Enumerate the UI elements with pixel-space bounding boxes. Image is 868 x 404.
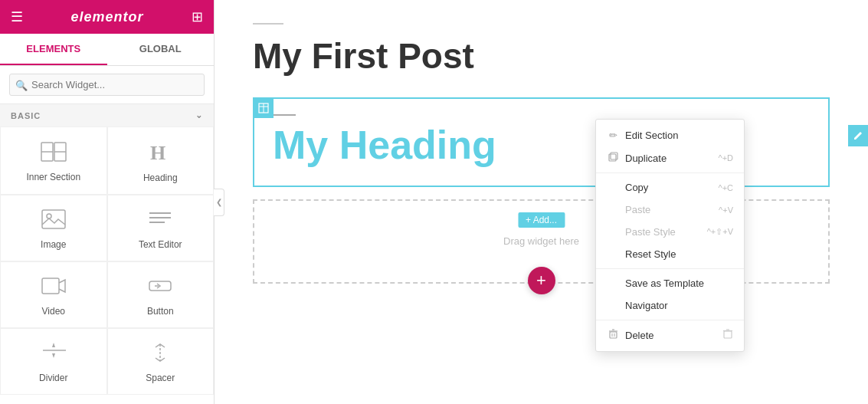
paste-style-label: Paste Style: [625, 226, 676, 238]
svg-text:H: H: [150, 142, 165, 163]
spacer-icon: [148, 343, 172, 368]
widget-image[interactable]: Image: [0, 195, 107, 261]
widget-spacer[interactable]: Spacer: [107, 328, 215, 395]
svg-rect-5: [42, 210, 65, 228]
collapse-arrow-icon: ❮: [216, 198, 222, 206]
copy-label: Copy: [625, 182, 648, 193]
post-line-decoration: [253, 23, 283, 25]
sidebar: ☰ elementor ⊞ ELEMENTS GLOBAL 🔍 BASIC ⌄ …: [0, 0, 215, 404]
add-section-label[interactable]: + Add...: [518, 212, 565, 228]
edit-section-label: Edit Section: [625, 130, 678, 141]
widget-text-editor-label: Text Editor: [139, 239, 182, 250]
context-save-template[interactable]: Save as Template: [596, 272, 744, 294]
copy-shortcut: ^+C: [718, 183, 733, 192]
collapse-icon: ⌄: [195, 110, 203, 120]
heading-line: [273, 114, 296, 116]
button-icon: [148, 276, 172, 301]
widget-heading[interactable]: H Heading: [107, 126, 215, 195]
section-handle-icon[interactable]: [254, 98, 274, 118]
plus-float-button[interactable]: +: [528, 267, 555, 294]
image-icon: [41, 209, 66, 235]
video-icon: [41, 276, 66, 301]
category-header: BASIC ⌄: [0, 104, 214, 126]
context-duplicate[interactable]: Duplicate ^+D: [596, 146, 744, 169]
drag-drop-hint: Drag widget here: [503, 235, 579, 247]
tab-global[interactable]: GLOBAL: [107, 34, 215, 65]
logo: elementor: [70, 9, 143, 25]
grid-icon[interactable]: ⊞: [192, 8, 203, 25]
sidebar-collapse-handle[interactable]: ❮: [214, 189, 224, 216]
tab-elements[interactable]: ELEMENTS: [0, 34, 107, 65]
widget-heading-label: Heading: [143, 172, 178, 183]
context-navigator[interactable]: Navigator: [596, 294, 744, 317]
category-label: BASIC: [11, 111, 41, 120]
heading-icon: H: [149, 141, 172, 168]
widget-inner-section-label: Inner Section: [26, 172, 80, 182]
svg-rect-10: [42, 278, 59, 294]
delete-icon: [607, 329, 619, 341]
duplicate-shortcut: ^+D: [718, 153, 733, 163]
navigator-label: Navigator: [625, 300, 668, 311]
widget-text-editor[interactable]: Text Editor: [107, 195, 215, 261]
context-paste-style: Paste Style ^+⇧+V: [596, 221, 744, 243]
reset-style-label: Reset Style: [625, 248, 676, 260]
svg-rect-22: [610, 332, 617, 338]
search-icon: 🔍: [15, 79, 28, 90]
save-template-label: Save as Template: [625, 278, 704, 289]
post-title: My First Post: [253, 37, 830, 76]
right-edit-button[interactable]: [848, 125, 868, 146]
paste-shortcut: ^+V: [719, 205, 733, 215]
plus-icon: +: [526, 215, 531, 225]
paste-label: Paste: [625, 204, 650, 215]
svg-rect-27: [724, 331, 732, 338]
svg-rect-20: [609, 154, 616, 161]
context-menu: ✏ Edit Section Duplicate ^+D Copy ^+C: [595, 119, 745, 352]
text-editor-icon: [148, 209, 172, 235]
widget-video[interactable]: Video: [0, 261, 107, 328]
delete-icon-right: [722, 329, 733, 341]
search-bar: 🔍: [0, 66, 214, 104]
inner-section-icon: [41, 142, 67, 167]
duplicate-icon: [607, 152, 619, 164]
sidebar-header: ☰ elementor ⊞: [0, 0, 214, 34]
widget-image-label: Image: [41, 239, 66, 250]
delete-label: Delete: [625, 330, 654, 341]
widget-divider[interactable]: Divider: [0, 328, 107, 395]
canvas: My First Post + Add... My Heading Drag w…: [215, 0, 868, 404]
context-copy[interactable]: Copy ^+C: [596, 176, 744, 199]
widget-grid: Inner Section H Heading Image Text Edito…: [0, 126, 214, 395]
svg-rect-21: [611, 153, 617, 159]
paste-style-shortcut: ^+⇧+V: [707, 227, 733, 237]
widget-inner-section[interactable]: Inner Section: [0, 126, 107, 195]
context-reset-style[interactable]: Reset Style: [596, 243, 744, 265]
context-divider-2: [596, 268, 744, 269]
context-divider-3: [596, 320, 744, 320]
widget-button-label: Button: [147, 306, 174, 317]
context-edit-section[interactable]: ✏ Edit Section: [596, 124, 744, 146]
sidebar-tabs: ELEMENTS GLOBAL: [0, 34, 214, 66]
hamburger-icon[interactable]: ☰: [11, 8, 23, 25]
widget-divider-label: Divider: [39, 373, 67, 383]
context-paste: Paste ^+V: [596, 199, 744, 221]
search-input[interactable]: [9, 74, 205, 96]
widget-video-label: Video: [42, 306, 65, 317]
widget-spacer-label: Spacer: [146, 373, 175, 383]
duplicate-label: Duplicate: [625, 153, 667, 164]
svg-marker-15: [52, 343, 55, 347]
widget-button[interactable]: Button: [107, 261, 215, 328]
svg-marker-14: [52, 353, 55, 358]
edit-icon: ✏: [607, 130, 619, 141]
divider-icon: [41, 343, 66, 368]
context-delete[interactable]: Delete: [596, 324, 744, 347]
context-divider-1: [596, 172, 744, 173]
